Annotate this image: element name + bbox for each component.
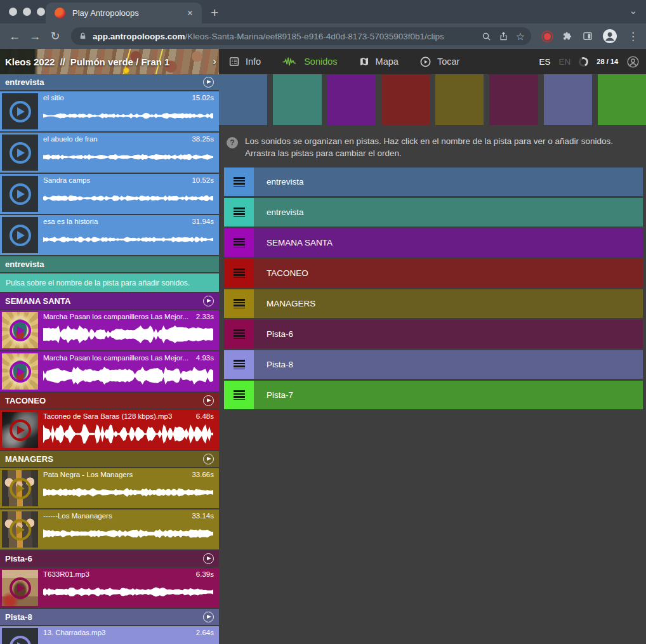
track-play-button[interactable] [203,553,214,564]
profile-avatar[interactable] [602,29,617,44]
clip-thumbnail[interactable] [2,470,38,506]
track-bar[interactable]: TACONEO [254,259,643,287]
reload-button[interactable]: ↻ [47,29,63,43]
track-row[interactable]: entrevista [224,168,643,196]
browser-menu-icon[interactable]: ⋮ [626,30,640,43]
clip-play-icon[interactable] [10,478,31,499]
clip-row[interactable]: Taconeo de Sara Baras (128 kbps).mp36.48… [0,410,219,450]
zoom-page-icon[interactable] [482,32,491,41]
track-drag-handle[interactable] [224,228,254,257]
window-controls[interactable] [9,8,45,16]
window-close-button[interactable] [9,8,17,16]
window-zoom-button[interactable] [37,8,45,16]
track-drag-handle[interactable] [224,168,254,196]
track-section-header[interactable]: Pista-8 [0,609,219,625]
clip-row[interactable]: el sitio15.02s [0,91,219,131]
clip-thumbnail[interactable] [2,135,38,171]
track-drag-handle[interactable] [224,259,254,287]
track-row[interactable]: entrevista [224,198,643,227]
side-panel-icon[interactable] [582,31,593,41]
address-input[interactable]: app.antropoloops.com/Kleos-Santa-Marina/… [71,27,531,45]
clip-play-icon[interactable] [10,577,31,599]
track-section-header[interactable]: MANAGERS [0,451,219,467]
clip-play-icon[interactable] [10,183,31,205]
clip-thumbnail[interactable] [2,412,38,448]
back-button[interactable]: ← [6,30,23,43]
share-icon[interactable] [499,31,508,41]
banner-chevron-icon[interactable]: › [213,49,216,74]
browser-tab[interactable]: Play Antropoloops × [46,3,202,23]
track-play-button[interactable] [203,454,214,464]
record-extension-icon[interactable] [541,30,553,43]
track-section-header[interactable]: entrevista [0,74,219,90]
nav-tab-mapa[interactable]: Mapa [359,56,399,67]
forward-button[interactable]: → [27,30,43,43]
clip-thumbnail[interactable] [2,353,38,390]
track-color-swatch[interactable] [544,74,592,125]
track-play-button[interactable] [203,612,214,622]
track-row[interactable]: MANAGERS [224,289,643,318]
track-bar[interactable]: entrevista [254,168,643,196]
track-drag-handle[interactable] [224,381,254,409]
nav-tab-sonidos[interactable]: Sonidos [282,56,337,67]
clip-play-icon[interactable] [10,225,31,246]
nav-tab-tocar[interactable]: Tocar [419,56,459,68]
clip-play-icon[interactable] [10,142,31,164]
clip-play-icon[interactable] [10,636,31,644]
track-row[interactable]: Pista-8 [224,350,643,379]
clip-thumbnail[interactable] [2,511,38,548]
window-minimize-button[interactable] [23,8,31,16]
clip-row[interactable]: Sandra camps10.52s [0,174,219,214]
track-color-swatch[interactable] [489,74,537,125]
track-bar[interactable]: SEMANA SANTA [254,228,643,257]
track-play-button[interactable] [203,296,214,306]
account-icon[interactable] [626,55,640,69]
clip-thumbnail[interactable] [2,93,38,129]
clip-row[interactable]: T633R01.mp36.39s [0,568,219,608]
clip-row[interactable]: esa es la historia31.94s [0,215,219,255]
clip-thumbnail[interactable] [2,176,38,212]
track-color-swatch[interactable] [381,74,430,125]
track-row[interactable]: TACONEO [224,259,643,287]
new-tab-button[interactable]: + [211,6,218,19]
track-row[interactable]: Pista-7 [224,381,643,409]
clip-row[interactable]: Marcha Pasan los campanilleros Las Mejor… [0,352,219,391]
track-bar[interactable]: entrevista [254,198,643,227]
clip-thumbnail[interactable] [2,628,38,644]
track-bar[interactable]: MANAGERS [254,289,643,318]
track-color-swatch[interactable] [598,74,646,125]
clip-thumbnail[interactable] [2,312,38,348]
track-drag-handle[interactable] [224,289,254,318]
clip-play-icon[interactable] [10,101,31,122]
track-play-button[interactable] [203,77,214,88]
track-drag-handle[interactable] [224,198,254,227]
lang-es-button[interactable]: ES [539,57,551,67]
track-section-header[interactable]: Pista-6 [0,551,219,567]
track-row[interactable]: Pista-6 [224,320,643,348]
track-color-swatch[interactable] [435,74,484,125]
clip-row[interactable]: el abuelo de fran38.25s [0,133,219,173]
clip-play-icon[interactable] [10,320,31,341]
track-play-button[interactable] [203,395,214,406]
track-color-swatch[interactable] [273,74,321,125]
track-color-swatch[interactable] [219,74,267,125]
clip-play-icon[interactable] [10,361,31,383]
track-section-header[interactable]: entrevista [0,256,219,272]
bookmark-star-icon[interactable]: ☆ [516,30,525,43]
nav-tab-info[interactable]: Info [228,56,261,67]
project-banner[interactable]: Kleos 2022 // Pulmón verde / Fran 1 › [0,49,219,74]
track-bar[interactable]: Pista-8 [254,350,643,379]
clip-thumbnail[interactable] [2,570,38,606]
clip-play-icon[interactable] [10,419,31,441]
track-row[interactable]: SEMANA SANTA [224,228,643,257]
track-section-header[interactable]: TACONEO [0,393,219,409]
track-bar[interactable]: Pista-7 [254,381,643,409]
clip-play-icon[interactable] [10,519,31,541]
clip-thumbnail[interactable] [2,217,38,253]
track-drag-handle[interactable] [224,320,254,348]
tab-search-chevron-icon[interactable]: ⌄ [629,5,637,16]
clip-row[interactable]: ------Los Mananagers33.14s [0,509,219,549]
tab-close-icon[interactable]: × [185,7,195,20]
clip-row[interactable]: Marcha Pasan los campanilleros Las Mejor… [0,310,219,350]
lang-en-button[interactable]: EN [559,57,571,67]
